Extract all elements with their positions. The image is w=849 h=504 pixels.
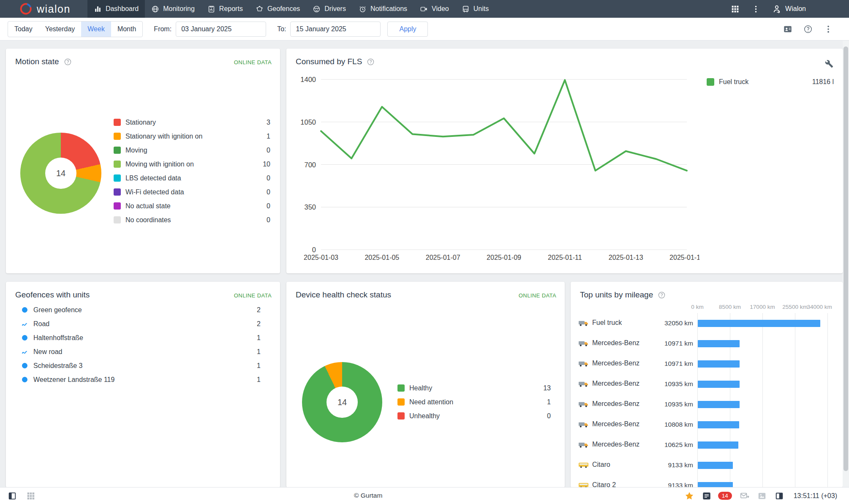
kebab-menu-icon[interactable] — [751, 5, 760, 14]
nav-item-notifications[interactable]: Notifications — [352, 0, 414, 18]
device-health-pie-chart: 14 — [302, 362, 382, 442]
legend-row: No coordinates0 — [114, 213, 270, 227]
line-geofence-icon — [21, 320, 28, 328]
geofence-row: New road1 — [21, 345, 261, 359]
legend-row: LBS detected data0 — [114, 171, 270, 185]
legend-label: Need attention — [409, 398, 547, 406]
card-title: Consumed by FLS — [296, 57, 362, 66]
preset-week[interactable]: Week — [81, 22, 111, 37]
help-icon[interactable] — [658, 291, 666, 299]
preset-yesterday[interactable]: Yesterday — [39, 22, 82, 37]
mileage-row: Citaro9133 km — [578, 455, 837, 475]
unit-mileage-value: 10935 km — [578, 400, 693, 408]
nav-item-video[interactable]: Video — [414, 0, 455, 18]
circle-geofence-icon — [21, 306, 28, 314]
nav-item-geofences[interactable]: Geofences — [249, 0, 306, 18]
wrench-settings-icon[interactable] — [825, 60, 833, 68]
legend-swatch — [114, 188, 121, 196]
apply-button[interactable]: Apply — [387, 22, 428, 37]
journal-panel-icon[interactable] — [775, 491, 784, 501]
mileage-row: Fuel truck32050 km — [578, 313, 837, 333]
geofence-row: Scheidestraße 31 — [21, 359, 261, 373]
legend-label: LBS detected data — [125, 174, 267, 182]
geofence-unit-count: 2 — [257, 320, 261, 328]
from-date-input[interactable] — [176, 22, 266, 37]
user-menu[interactable]: Wialon — [772, 4, 806, 14]
legend-value: 10 — [263, 161, 270, 168]
legend-swatch — [707, 78, 714, 86]
sidebar-toggle-icon[interactable] — [8, 491, 17, 501]
line-geofence-icon — [21, 348, 28, 356]
user-icon — [772, 4, 781, 14]
filter-bar: TodayYesterdayWeekMonth From: To: Apply — [0, 18, 849, 41]
legend-label: Moving with ignition on — [125, 161, 263, 168]
nav-item-dashboard[interactable]: Dashboard — [87, 0, 145, 18]
help-icon[interactable] — [803, 25, 813, 34]
motion-state-pie-chart: 14 — [20, 133, 101, 214]
nav-item-reports[interactable]: Reports — [201, 0, 249, 18]
nav-item-label: Units — [473, 5, 489, 13]
geofence-name: Scheidestraße 3 — [33, 362, 257, 370]
legend-label: No coordinates — [125, 216, 267, 224]
status-bar: © Gurtam 14 13:51:11 (+03) — [0, 487, 849, 504]
brand-text: wialon — [37, 3, 71, 15]
legend-swatch — [114, 161, 121, 168]
geofence-unit-count: 1 — [257, 376, 261, 384]
mileage-row: Mercedes-Benz10971 km — [578, 354, 837, 374]
nav-item-units[interactable]: Units — [455, 0, 495, 18]
preset-today[interactable]: Today — [8, 22, 39, 37]
star-favorites-icon[interactable] — [685, 491, 694, 501]
scrollbar-thumb[interactable] — [844, 46, 848, 471]
to-date-input[interactable] — [290, 22, 381, 37]
mileage-rows: Fuel truck32050 kmMercedes-Benz10971 kmM… — [578, 313, 837, 488]
legend-row: No actual state0 — [114, 199, 270, 213]
legend-label: No actual state — [125, 202, 267, 210]
svg-text:2025-01-07: 2025-01-07 — [426, 254, 460, 261]
mileage-bar — [698, 462, 733, 469]
mileage-bar — [698, 360, 740, 368]
mail-forward-icon[interactable] — [740, 491, 749, 501]
svg-text:2025-01-05: 2025-01-05 — [365, 254, 399, 261]
legend-swatch — [397, 384, 405, 392]
to-label: To: — [277, 25, 286, 33]
help-icon[interactable] — [367, 58, 375, 66]
svg-text:1400: 1400 — [300, 76, 316, 83]
top-units-mileage-card: Top units by mileage 0 km8500 km17000 km… — [571, 282, 843, 488]
contact-card-icon[interactable] — [783, 25, 792, 34]
reports-icon — [207, 5, 215, 13]
legend-value: 1 — [547, 398, 551, 406]
motion-state-card: Motion state ONLINE DATA 14 Stationary3S… — [6, 49, 280, 273]
nav-item-drivers[interactable]: Drivers — [306, 0, 352, 18]
legend-value: 0 — [267, 174, 270, 182]
nav-item-monitoring[interactable]: Monitoring — [145, 0, 201, 18]
geofence-name: New road — [33, 348, 257, 356]
legend-value: 0 — [547, 412, 551, 420]
brand[interactable]: wialon — [0, 0, 71, 18]
mileage-bar — [698, 381, 740, 388]
card-title: Motion state — [15, 57, 59, 66]
mileage-bar — [698, 320, 820, 327]
legend-swatch — [114, 174, 121, 182]
messages-count-badge[interactable]: 14 — [718, 492, 732, 500]
scrollbar — [843, 41, 849, 488]
top-navbar: wialon DashboardMonitoringReportsGeofenc… — [0, 0, 849, 18]
messages-icon[interactable] — [702, 491, 711, 501]
mileage-row: Mercedes-Benz10935 km — [578, 374, 837, 394]
legend-row: Stationary3 — [114, 115, 270, 129]
legend-swatch — [397, 398, 405, 406]
kebab-menu-icon[interactable] — [824, 25, 833, 34]
dashboard-icon — [94, 5, 102, 13]
help-icon[interactable] — [64, 58, 72, 66]
grid-view-icon[interactable] — [26, 491, 35, 501]
legend-value: 0 — [267, 202, 270, 210]
drivers-icon — [313, 5, 321, 13]
image-icon[interactable] — [757, 491, 767, 501]
preset-month[interactable]: Month — [111, 22, 142, 37]
svg-text:2025-01-03: 2025-01-03 — [304, 254, 338, 261]
geofences-card: Geofences with units ONLINE DATA Green g… — [6, 282, 280, 488]
legend-value: 0 — [267, 216, 270, 224]
card-title: Device health check status — [296, 290, 391, 300]
svg-text:2025-01-15: 2025-01-15 — [669, 254, 699, 261]
circle-geofence-icon — [21, 334, 28, 342]
apps-grid-icon[interactable] — [731, 5, 740, 14]
